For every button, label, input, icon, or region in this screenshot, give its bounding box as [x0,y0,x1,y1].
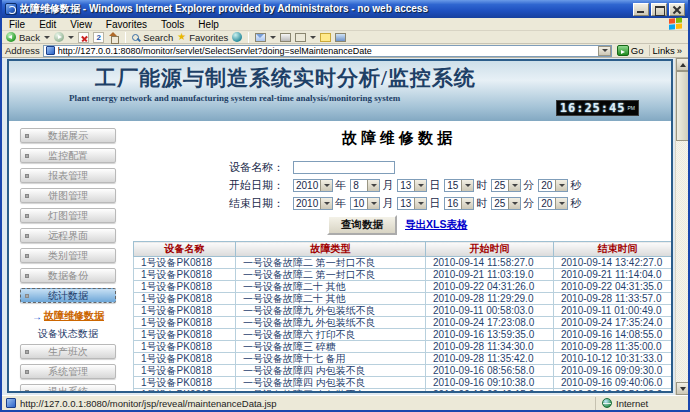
start-minute-select[interactable]: 25 [491,179,521,192]
chevron-down-icon[interactable] [555,198,567,209]
close-button[interactable] [669,3,685,16]
scroll-up-button[interactable] [676,58,688,71]
print-button[interactable] [280,33,291,42]
chevron-down-icon[interactable] [320,198,332,209]
chevron-down-icon[interactable] [367,198,379,209]
back-button[interactable]: Back [6,32,50,43]
scrollbar-thumb[interactable] [676,71,688,141]
sidebar-item-statistics-data[interactable]: 统计数据 [20,288,116,303]
sidebar-subitem-device-status-data[interactable]: 设备状态数据 [9,326,127,342]
sidebar-item-light-chart-management[interactable]: 灯图管理 [20,208,116,223]
query-data-button[interactable]: 查询数据 [327,215,397,235]
menu-item-file[interactable]: File [2,19,32,30]
start-year-select[interactable]: 2010 [293,179,333,192]
sidebar-item-system-management[interactable]: 系统管理 [20,364,116,379]
end-minute-select[interactable]: 25 [491,197,521,210]
page-content: 工厂能源与制造系统实时分析/监控系统 Plant energy network … [7,59,673,393]
menu-item-edit[interactable]: Edit [32,19,63,30]
chevron-down-icon[interactable] [414,180,426,191]
forward-dropdown-icon[interactable] [68,36,74,39]
device-name-label: 设备名称： [229,160,293,175]
start-day-select[interactable]: 13 [397,179,427,192]
chevron-down-icon[interactable] [461,198,473,209]
mail-dropdown-icon[interactable] [270,36,276,39]
select-value: 10 [351,198,367,209]
menu-items: FileEditViewFavoritesToolsHelp [2,19,669,30]
address-url[interactable]: http://127.0.0.1:8080/monitor/servlet/Se… [58,46,598,56]
end-day-select[interactable]: 13 [397,197,427,210]
chevron-down-icon[interactable] [320,180,332,191]
discuss-button[interactable] [320,33,331,42]
sidebar-item-exit-system[interactable]: 退出系统 [20,384,116,391]
vertical-scrollbar[interactable] [675,58,688,395]
address-field[interactable]: http://127.0.0.1:8080/monitor/servlet/Se… [43,45,612,57]
start-month-select[interactable]: 8 [350,179,380,192]
sidebar-item-pie-chart-management[interactable]: 饼图管理 [20,188,116,203]
page-title: 故障维修数据 [127,129,671,148]
back-dropdown-icon[interactable] [44,36,50,39]
end-month-select[interactable]: 10 [350,197,380,210]
select-value: 13 [398,198,414,209]
export-xls-link[interactable]: 导出XLS表格 [405,218,467,232]
forward-button[interactable] [54,32,74,42]
favorites-button[interactable]: ★ Favorites [177,32,228,43]
stop-button[interactable] [78,32,89,43]
sidebar-item-label: 饼图管理 [48,189,88,203]
end-date-row: 结束日期： 2010年10月13日16时25分20秒 [229,194,671,212]
edit-dropdown-icon[interactable] [310,36,316,39]
menu-item-favorites[interactable]: Favorites [99,19,154,30]
sidebar-item-data-backup[interactable]: 数据备份 [20,268,116,283]
title-bar[interactable]: 故障维修数据 - Windows Internet Explorer provi… [2,0,688,18]
table-cell: 一号设备故障四 内包装不良 [236,389,426,392]
sidebar-item-monitor-config[interactable]: 监控配置 [20,148,116,163]
chevron-down-icon[interactable] [367,180,379,191]
minimize-button[interactable] [633,3,649,16]
start-hour-select[interactable]: 15 [444,179,474,192]
chevron-down-icon[interactable] [508,198,520,209]
refresh-button[interactable]: 2 [93,32,104,43]
end-second-select[interactable]: 20 [538,197,568,210]
links-button[interactable]: Links » [649,45,685,56]
sidebar-item-production-shift[interactable]: 生产班次 [20,344,116,359]
table-cell: 2010-09-16 08:56:58.0 [426,365,554,377]
restore-button[interactable] [651,3,667,16]
select-value: 13 [398,180,414,191]
address-dropdown-button[interactable] [598,46,611,56]
end-year-select[interactable]: 2010 [293,197,333,210]
sidebar-item-data-display[interactable]: 数据展示 [20,128,116,143]
chevron-down-icon[interactable] [555,180,567,191]
links-label: Links [653,45,675,56]
bullet-icon [25,194,29,198]
table-cell: 一号设备故障九 外包装纸不良 [236,305,426,317]
bullet-icon [25,274,29,278]
bullet-icon [25,294,29,298]
sidebar-item-report-management[interactable]: 报表管理 [20,168,116,183]
sidebar-item-remote-interface[interactable]: 远程界面 [20,228,116,243]
query-form: 设备名称： 开始日期： 2010年8月13日15时25分20秒 结束日期： 20… [127,158,671,235]
scroll-down-button[interactable] [676,382,688,395]
date-unit-label: 月 [382,179,393,191]
start-second-select[interactable]: 20 [538,179,568,192]
mail-button[interactable] [255,33,276,42]
page-icon [46,46,55,55]
menu-item-help[interactable]: Help [191,19,226,30]
home-button[interactable] [108,32,119,43]
messenger-button[interactable] [335,33,346,42]
edit-button[interactable] [295,33,316,42]
device-name-input[interactable] [293,161,395,174]
table-cell: 2010-09-16 09:10:38.0 [426,377,554,389]
search-button[interactable]: Search [132,32,173,43]
sidebar-subitem-fault-maintenance-data[interactable]: →故障维修数据 [9,308,127,324]
chevron-down-icon[interactable] [414,198,426,209]
history-button[interactable] [232,32,242,42]
select-value: 2010 [294,180,320,191]
go-button[interactable]: Go [615,45,646,56]
table-cell: 2010-09-28 11:34:30.0 [426,341,554,353]
end-hour-select[interactable]: 16 [444,197,474,210]
chevron-down-icon[interactable] [461,180,473,191]
menu-item-tools[interactable]: Tools [154,19,191,30]
menu-item-view[interactable]: View [63,19,99,30]
chevron-down-icon[interactable] [508,180,520,191]
maintenance-table: 设备名称故障类型开始时间结束时间维修时长(分钟) 1号设备PK0818一号设备故… [133,241,671,391]
sidebar-item-category-management[interactable]: 类别管理 [20,248,116,263]
